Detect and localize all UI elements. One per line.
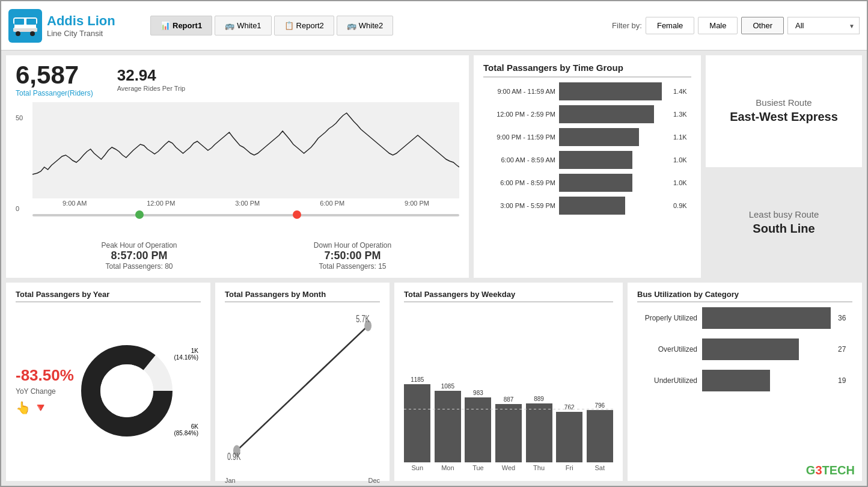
filter-female-button[interactable]: Female	[646, 17, 694, 34]
vbar	[587, 410, 613, 462]
h-bar-value: 0.9K	[673, 202, 691, 209]
tab-white1[interactable]: 🚌 White1	[215, 16, 271, 35]
filter-label: Filter by:	[612, 21, 642, 30]
donut-panel: Total Passangers by Year -83.50% YoY Cha…	[6, 283, 210, 481]
h-bar-label: 9:00 AM - 11:59 AM	[483, 88, 555, 95]
month-x-axis: Jan Dec	[225, 477, 380, 484]
h-bar-fill	[559, 174, 632, 192]
x-label-3pm: 3:00 PM	[235, 200, 260, 207]
weekday-bars: 1185 Sun 1085 Mon 983 Tue 887 Wed 889 Th…	[404, 307, 613, 474]
vbar	[556, 412, 582, 462]
tab-white2[interactable]: 🚌 White2	[337, 16, 393, 35]
donut-chart: 1K (14.16%) 6K (85.84%)	[79, 343, 201, 439]
h-bar-value: 1.4K	[673, 88, 691, 95]
h-bar-fill	[559, 105, 654, 123]
h-bar-value: 1.3K	[673, 111, 691, 118]
least-route-name: South Line	[753, 222, 815, 236]
x-label-12pm: 12:00 PM	[147, 200, 175, 207]
h-bar-label: 6:00 AM - 8:59 AM	[483, 156, 555, 164]
down-hour-time: 7:50:00 PM	[246, 250, 459, 262]
dashed-line	[404, 409, 613, 409]
h-bar-value: 1.1K	[673, 133, 691, 141]
vbar-label: Mon	[441, 464, 454, 471]
util-bar-label: UnderUtilized	[637, 376, 697, 385]
weekday-bar-group: 1185 Sun	[404, 376, 431, 471]
svg-rect-3	[13, 28, 37, 32]
weekday-bar-group: 889 Thu	[525, 396, 552, 471]
h-bar-fill	[559, 151, 632, 169]
util-bar-value: 36	[838, 314, 852, 322]
yoy-icons: 👆 🔻	[16, 400, 74, 415]
time-group-bar-row: 12:00 PM - 2:59 PM 1.3K	[483, 105, 691, 123]
svg-rect-8	[32, 102, 459, 198]
logo-area: Addis Lion Line City Transit	[8, 9, 129, 43]
total-passengers-value: 6,587	[16, 63, 93, 88]
filter-other-button[interactable]: Other	[741, 17, 784, 34]
month-panel: Total Passangers by Month 0.9K 5.7K Jan …	[215, 283, 390, 481]
util-bar-track	[702, 370, 831, 391]
down-hour-box: Down Hour of Operation 7:50:00 PM Total …	[246, 241, 459, 271]
util-title: Bus Utilization by Category	[637, 290, 852, 302]
donut-legend-bottom: 6K (85.84%)	[174, 423, 198, 436]
avg-rides-value: 32.94	[117, 66, 186, 85]
peak-hour-box: Peak Hour of Operation 8:57:00 PM Total …	[32, 241, 246, 271]
h-bar-fill	[559, 82, 662, 100]
vbar-value: 762	[564, 404, 575, 411]
util-bar-value: 27	[838, 345, 852, 354]
time-group-panel: Total Passangers by Time Group 9:00 AM -…	[474, 55, 701, 278]
vbar-label: Thu	[533, 464, 545, 471]
tab-report1[interactable]: 📊 Report1	[150, 16, 212, 35]
h-bar-track	[559, 105, 667, 123]
filter-male-button[interactable]: Male	[698, 17, 738, 34]
least-route-box: Least busy Route South Line	[706, 167, 862, 278]
util-bar-row: Properly Utilized 36	[637, 307, 852, 329]
donut-title: Total Passangers by Year	[16, 290, 201, 302]
tab-report2[interactable]: 📋 Report2	[274, 16, 334, 35]
down-handle[interactable]	[293, 210, 301, 219]
util-bars: Properly Utilized 36 OverUtilized 27 Und…	[637, 307, 852, 401]
total-passengers-label: Total Passanger(Riders)	[16, 89, 93, 97]
h-bar-value: 1.0K	[673, 179, 691, 186]
svg-rect-1	[14, 19, 24, 25]
filter-dropdown[interactable]: All	[787, 17, 860, 34]
util-bar-track	[702, 338, 831, 360]
left-panel: 6,587 Total Passanger(Riders) 32.94 Aver…	[6, 55, 469, 278]
vbar-value: 1185	[411, 376, 424, 383]
svg-rect-2	[26, 19, 36, 25]
month-title: Total Passangers by Month	[225, 290, 380, 302]
busiest-route-label: Busiest Route	[756, 97, 811, 108]
time-group-title: Total Passangers by Time Group	[483, 63, 691, 78]
vbar	[526, 403, 552, 462]
month-chart: 0.9K 5.7K Jan Dec	[225, 307, 380, 474]
routes-panel: Busiest Route East-West Express Least bu…	[706, 55, 862, 278]
svg-rect-6	[12, 23, 14, 28]
bottom-row: Total Passangers by Year -83.50% YoY Cha…	[6, 283, 862, 481]
arrow-down-icon: 🔻	[33, 400, 48, 415]
svg-point-11	[100, 364, 153, 417]
util-bar-label: OverUtilized	[637, 345, 697, 354]
svg-rect-7	[36, 23, 38, 28]
vbar-value: 983	[473, 390, 483, 396]
slider-area[interactable]	[32, 209, 459, 221]
time-group-bar-row: 6:00 PM - 8:59 PM 1.0K	[483, 174, 691, 192]
down-hour-passengers: Total Passengers: 15	[246, 262, 459, 271]
vbar	[465, 397, 491, 462]
vbar-value: 887	[504, 396, 514, 403]
filter-dropdown-wrapper: All	[787, 17, 860, 34]
vbar-label: Fri	[566, 464, 573, 471]
h-bar-label: 3:00 PM - 5:59 PM	[483, 202, 555, 209]
month-start: Jan	[225, 477, 236, 484]
util-bar-fill	[702, 370, 770, 391]
hour-info: Peak Hour of Operation 8:57:00 PM Total …	[32, 241, 459, 271]
donut-legend-top: 1K (14.16%)	[174, 348, 198, 361]
watermark: G3TECH	[806, 464, 855, 477]
peak-handle[interactable]	[135, 210, 144, 219]
weekday-title: Total Passangers by Weekday	[404, 290, 613, 302]
time-group-bar-row: 9:00 PM - 11:59 PM 1.1K	[483, 128, 691, 146]
h-bar-track	[559, 151, 667, 169]
nav-tabs: 📊 Report1 🚌 White1 📋 Report2 🚌 White2	[150, 16, 393, 35]
util-panel: Bus Utilization by Category Properly Uti…	[628, 283, 862, 481]
weekday-panel: Total Passangers by Weekday 1185 Sun 108…	[394, 283, 623, 481]
h-bar-track	[559, 197, 667, 215]
weekday-bar-group: 983 Tue	[465, 390, 492, 471]
